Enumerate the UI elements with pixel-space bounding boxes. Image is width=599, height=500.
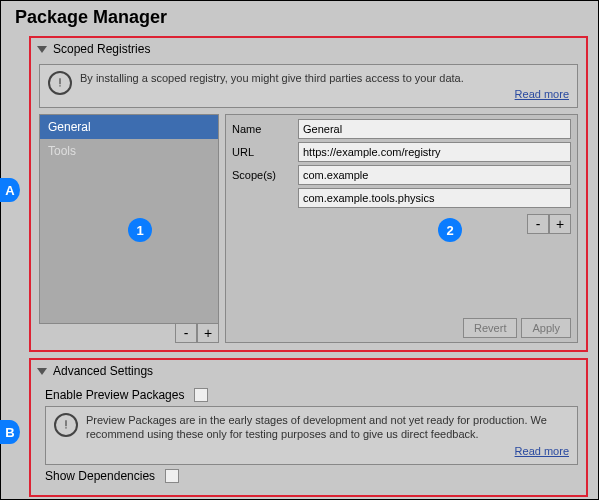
page-title: Package Manager — [1, 1, 598, 32]
name-label: Name — [232, 123, 298, 135]
scope-field-0[interactable] — [298, 165, 571, 185]
registry-item-general[interactable]: General — [40, 115, 218, 139]
url-field[interactable] — [298, 142, 571, 162]
advanced-settings-section: Advanced Settings Enable Preview Package… — [29, 358, 588, 497]
scoped-read-more-link[interactable]: Read more — [515, 88, 569, 100]
scoped-info-text: By installing a scoped registry, you mig… — [80, 71, 569, 85]
callout-badge-1: 1 — [128, 218, 152, 242]
registry-remove-button[interactable]: - — [175, 323, 197, 343]
enable-preview-label: Enable Preview Packages — [45, 388, 184, 402]
scoped-registries-foldout[interactable]: Scoped Registries — [31, 38, 586, 60]
alert-icon — [54, 413, 78, 437]
registry-add-button[interactable]: + — [197, 323, 219, 343]
scope-remove-button[interactable]: - — [527, 214, 549, 234]
registry-detail-pane: Name URL Scope(s) - + — [225, 114, 578, 343]
alert-icon — [48, 71, 72, 95]
callout-badge-b: B — [0, 420, 20, 444]
revert-button[interactable]: Revert — [463, 318, 517, 338]
preview-info-box: Preview Packages are in the early stages… — [45, 406, 578, 465]
show-dependencies-label: Show Dependencies — [45, 469, 155, 483]
scoped-registries-header-label: Scoped Registries — [53, 42, 150, 56]
show-dependencies-checkbox[interactable] — [165, 469, 179, 483]
advanced-settings-foldout[interactable]: Advanced Settings — [31, 360, 586, 382]
scoped-registries-section: Scoped Registries By installing a scoped… — [29, 36, 588, 352]
apply-button[interactable]: Apply — [521, 318, 571, 338]
scoped-registries-info-box: By installing a scoped registry, you mig… — [39, 64, 578, 108]
scopes-label: Scope(s) — [232, 169, 298, 181]
name-field[interactable] — [298, 119, 571, 139]
callout-badge-2: 2 — [438, 218, 462, 242]
callout-badge-a: A — [0, 178, 20, 202]
url-label: URL — [232, 146, 298, 158]
scope-add-button[interactable]: + — [549, 214, 571, 234]
scope-field-1[interactable] — [298, 188, 571, 208]
chevron-down-icon — [37, 368, 47, 375]
package-manager-panel: Package Manager Scoped Registries By ins… — [0, 0, 599, 500]
chevron-down-icon — [37, 46, 47, 53]
registry-list: General Tools — [39, 114, 219, 324]
preview-info-text: Preview Packages are in the early stages… — [86, 413, 569, 442]
advanced-settings-header-label: Advanced Settings — [53, 364, 153, 378]
preview-read-more-link[interactable]: Read more — [515, 445, 569, 457]
registry-item-tools[interactable]: Tools — [40, 139, 218, 163]
enable-preview-checkbox[interactable] — [194, 388, 208, 402]
